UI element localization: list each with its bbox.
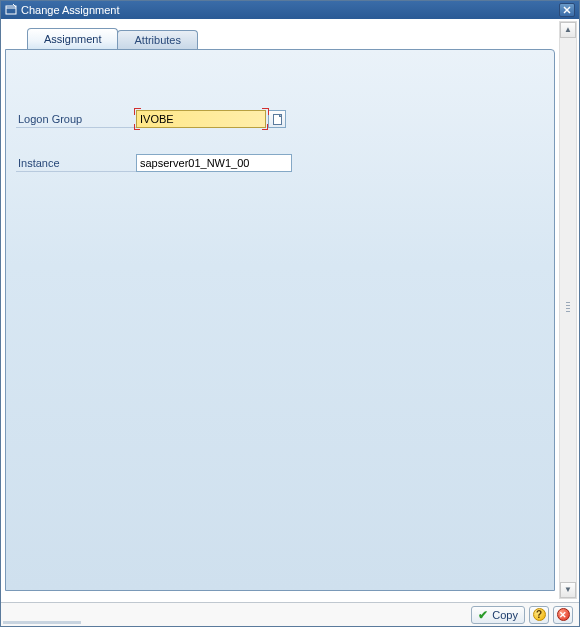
check-icon: ✔ (478, 608, 488, 622)
window-title: Change Assignment (21, 4, 559, 16)
bottom-button-bar: ✔ Copy ? ✕ (1, 602, 579, 626)
copy-button-label: Copy (492, 609, 518, 621)
chevron-down-icon: ▼ (564, 586, 572, 594)
logon-group-input[interactable] (136, 110, 266, 128)
cancel-button[interactable]: ✕ (553, 606, 573, 624)
tab-panel: Logon Group Instance (5, 49, 555, 591)
field-row-instance: Instance (16, 152, 544, 174)
panel-inner: Logon Group Instance (6, 50, 554, 206)
scroll-down-button[interactable]: ▼ (560, 582, 576, 598)
scroll-host: Assignment Attributes Logon Group (3, 21, 559, 599)
chevron-up-icon: ▲ (564, 26, 572, 34)
scrollbar-grip-icon (566, 302, 570, 312)
svg-rect-0 (6, 6, 16, 14)
tab-label: Assignment (44, 33, 101, 45)
cancel-icon: ✕ (557, 608, 570, 621)
instance-input[interactable] (136, 154, 292, 172)
window-frame: Change Assignment Assignment Attributes (0, 0, 580, 627)
copy-button[interactable]: ✔ Copy (471, 606, 525, 624)
title-bar[interactable]: Change Assignment (1, 1, 579, 19)
instance-control (136, 154, 292, 172)
help-button[interactable]: ? (529, 606, 549, 624)
logon-group-value-help-button[interactable] (268, 110, 286, 128)
field-row-logon-group: Logon Group (16, 108, 544, 130)
tab-label: Attributes (134, 34, 180, 46)
logon-group-label: Logon Group (16, 110, 136, 128)
window-close-button[interactable] (559, 3, 575, 17)
tab-assignment[interactable]: Assignment (27, 28, 118, 49)
instance-label: Instance (16, 154, 136, 172)
logon-group-control (136, 110, 292, 128)
vertical-scrollbar[interactable]: ▲ ▼ (559, 21, 577, 599)
status-segment (29, 621, 81, 624)
tab-strip: Assignment Attributes (5, 27, 555, 49)
scroll-up-button[interactable]: ▲ (560, 22, 576, 38)
close-icon (563, 6, 571, 14)
tab-area: Assignment Attributes Logon Group (5, 27, 555, 595)
window-icon (5, 4, 17, 16)
tab-attributes[interactable]: Attributes (117, 30, 197, 49)
value-help-icon (273, 114, 282, 125)
client-area: Assignment Attributes Logon Group (1, 19, 579, 626)
question-icon: ? (533, 608, 546, 621)
